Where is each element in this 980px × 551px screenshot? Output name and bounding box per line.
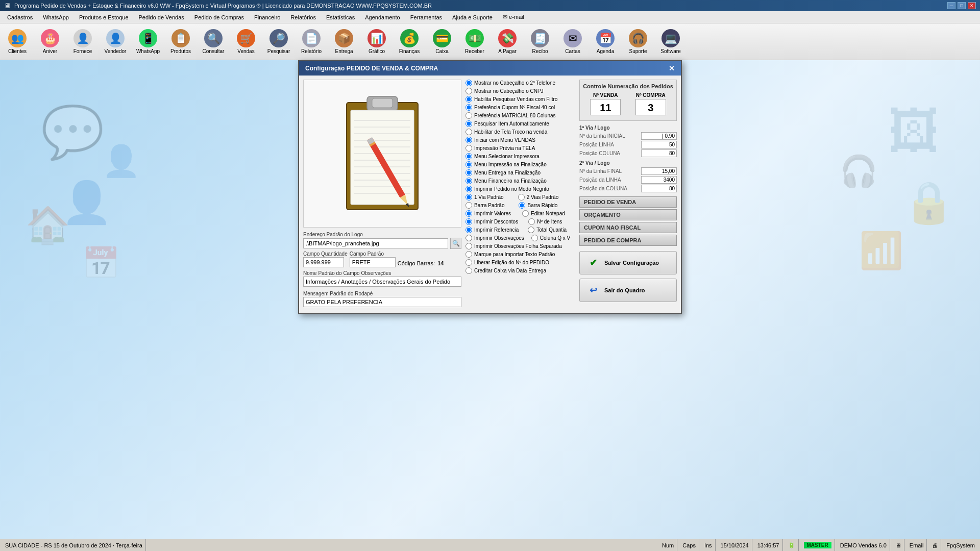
bg-wifi-icon: 📶 — [859, 230, 903, 271]
logo-path-input[interactable] — [303, 238, 448, 248]
menu-whatsapp[interactable]: WhatsApp — [38, 13, 74, 21]
cupom-nao-fiscal-button[interactable]: CUPOM NAO FISCAL — [579, 222, 677, 233]
receber-icon: 💵 — [465, 29, 484, 47]
pedido-compra-button[interactable]: PEDIDO DE COMPRA — [579, 235, 677, 246]
linha-final-input[interactable] — [641, 167, 677, 175]
radio-menu-impressora[interactable] — [465, 153, 472, 160]
radio-importar-texto[interactable] — [465, 251, 472, 258]
toolbar-aniver[interactable]: 🎂 Aniver — [35, 25, 65, 59]
toolbar-caixa[interactable]: 💳 Caixa — [427, 25, 457, 59]
toolbar-pesquisar[interactable]: 🔎 Pesquisar — [263, 25, 294, 59]
radio-nitens[interactable] — [528, 218, 535, 225]
menu-agendamento[interactable]: Agendamento — [360, 13, 405, 21]
radio-pesquisar-filtro[interactable] — [465, 96, 472, 103]
toolbar-apagar[interactable]: 💸 A Pagar — [492, 25, 523, 59]
radio-impressao-previa[interactable] — [465, 145, 472, 152]
toolbar-recibo[interactable]: 🧾 Recibo — [525, 25, 555, 59]
toolbar-software[interactable]: 💻 Software — [655, 25, 686, 59]
radio-liberar-edicao[interactable] — [465, 259, 472, 266]
menu-cadastros[interactable]: Cadastros — [2, 13, 38, 21]
toolbar-whatsapp[interactable]: 📱 WhatsApp — [133, 25, 163, 59]
radio-tela-troco[interactable] — [465, 129, 472, 135]
campo-quantidade-input[interactable] — [303, 257, 344, 267]
bg-calendar-icon: 📅 — [82, 245, 120, 281]
posicao-coluna-input[interactable] — [641, 149, 677, 157]
radio-cupom-fiscal[interactable] — [465, 104, 472, 111]
dialog-close-icon[interactable]: ✕ — [669, 64, 675, 72]
agenda-icon: 📅 — [596, 29, 615, 47]
radio-imprimir-obs[interactable] — [465, 235, 472, 241]
radio-modo-negrito[interactable] — [465, 186, 472, 192]
radio-obs-folha[interactable] — [465, 243, 472, 249]
radio-telefone[interactable] — [465, 80, 472, 86]
control-numeracao-section: Controle Numeração dos Pedidos Nº VENDA … — [579, 80, 677, 121]
radio-menu-impressao[interactable] — [465, 161, 472, 168]
radio-imprimir-descontos[interactable] — [465, 218, 472, 225]
option-importar-texto: Marque para Importar Texto Padrão — [465, 251, 575, 258]
menu-ferramentas[interactable]: Ferramentas — [405, 13, 447, 21]
nome-obs-input[interactable] — [303, 277, 461, 287]
orcamento-button[interactable]: ORÇAMENTO — [579, 209, 677, 220]
posicao-coluna-label: Posição COLUNA — [579, 151, 635, 156]
radio-total-quantia[interactable] — [528, 227, 534, 233]
posicao-linha-row: Posição LINHA — [579, 141, 677, 148]
menu-pedido-compras[interactable]: Pedido de Compras — [189, 13, 249, 21]
radio-menu-entrega[interactable] — [465, 169, 472, 176]
menu-ajuda[interactable]: Ajuda e Suporte — [447, 13, 498, 21]
toolbar-clientes[interactable]: 👥 Clientes — [2, 25, 33, 59]
menu-produtos[interactable]: Produtos e Estoque — [74, 13, 134, 21]
maximize-button[interactable]: □ — [958, 2, 966, 9]
radio-2via[interactable] — [518, 194, 525, 201]
toolbar-cartas[interactable]: ✉ Cartas — [557, 25, 588, 59]
toolbar-suporte[interactable]: 🎧 Suporte — [623, 25, 653, 59]
radio-barra-padrao[interactable] — [465, 202, 472, 209]
toolbar-consultar[interactable]: 🔍 Consultar — [198, 25, 229, 59]
menu-pedido-vendas[interactable]: Pedido de Vendas — [134, 13, 189, 21]
radio-cnpj[interactable] — [465, 88, 472, 94]
bg-chat-icon: 💬 — [41, 102, 105, 162]
minimize-button[interactable]: ─ — [947, 2, 955, 9]
radio-menu-vendas[interactable] — [465, 137, 472, 143]
menu-email[interactable]: ✉ e-mail — [498, 13, 529, 21]
menu-estatisticas[interactable]: Estatísticas — [321, 13, 360, 21]
sair-quadro-button[interactable]: ↩ Sair do Quadro — [579, 279, 677, 302]
radio-imprimir-valores[interactable] — [465, 210, 472, 217]
status-master: MASTER — [801, 539, 835, 551]
toolbar-fornece[interactable]: 👤 Fornece — [67, 25, 98, 59]
toolbar-financas[interactable]: 💰 Finanças — [394, 25, 425, 59]
toolbar-produtos[interactable]: 📋 Produtos — [165, 25, 196, 59]
n-compra-col: Nº COMPRA 3 — [628, 92, 674, 115]
menu-financeiro[interactable]: Financeiro — [249, 13, 285, 21]
radio-editar-notepad[interactable] — [522, 210, 529, 217]
salvar-configuracao-button[interactable]: ✔ Salvar Configuração — [579, 251, 677, 274]
logo-search-button[interactable]: 🔍 — [450, 238, 461, 249]
toolbar-vendas[interactable]: 🛒 Vendas — [231, 25, 261, 59]
radio-imprimir-referencia[interactable] — [465, 227, 472, 233]
option-obs-folha-label: Imprimir Observações Folha Separada — [474, 243, 562, 249]
radio-pesquisar-item[interactable] — [465, 120, 472, 127]
toolbar-receber[interactable]: 💵 Receber — [459, 25, 490, 59]
toolbar-entrega[interactable]: 📦 Entrega — [329, 25, 359, 59]
right-panel: Controle Numeração dos Pedidos Nº VENDA … — [579, 80, 677, 309]
salvar-label: Salvar Configuração — [604, 260, 659, 266]
close-button[interactable]: ✕ — [968, 2, 976, 9]
radio-creditar-caixa[interactable] — [465, 267, 472, 274]
pedido-venda-button[interactable]: PEDIDO DE VENDA — [579, 196, 677, 208]
campo-padrao-input[interactable] — [350, 257, 396, 267]
mensagem-rodape-input[interactable] — [303, 297, 461, 307]
posicao-coluna2-input[interactable] — [641, 185, 677, 192]
toolbar-relatorio[interactable]: 📄 Relatório — [296, 25, 327, 59]
toolbar-vendedor[interactable]: 👤 Vendedor — [100, 25, 131, 59]
radio-coluna-qv[interactable] — [531, 235, 538, 241]
menu-relatorios[interactable]: Relatórios — [285, 13, 321, 21]
radio-barra-rapido[interactable] — [519, 202, 525, 209]
posicao-linha2-input[interactable] — [641, 176, 677, 184]
posicao-linha-input[interactable] — [641, 141, 677, 148]
linha-inicial-input[interactable] — [641, 132, 677, 140]
radio-1via[interactable] — [465, 194, 472, 201]
radio-matricial[interactable] — [465, 112, 472, 119]
radio-menu-financeiro[interactable] — [465, 178, 472, 184]
toolbar-agenda[interactable]: 📅 Agenda — [590, 25, 621, 59]
fornece-icon: 👤 — [74, 29, 92, 47]
toolbar-grafico[interactable]: 📊 Gráfico — [361, 25, 392, 59]
